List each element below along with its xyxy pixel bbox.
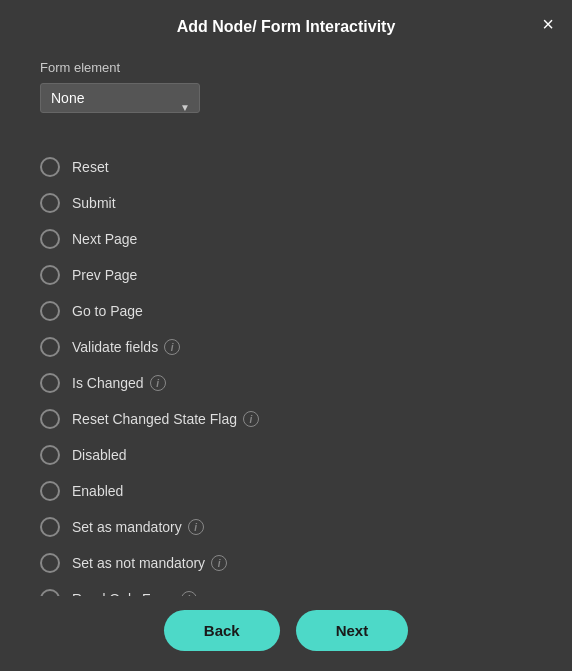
info-icon-validate-fields[interactable]: i [164,339,180,355]
radio-circle-next-page [40,229,60,249]
radio-circle-go-to-page [40,301,60,321]
radio-item-set-as-mandatory[interactable]: Set as mandatoryi [40,509,532,545]
radio-options-list: ResetSubmitNext PagePrev PageGo to PageV… [40,149,532,596]
radio-circle-set-as-mandatory [40,517,60,537]
radio-circle-validate-fields [40,337,60,357]
modal-title: Add Node/ Form Interactivity [177,18,396,36]
radio-item-disabled[interactable]: Disabled [40,437,532,473]
radio-circle-disabled [40,445,60,465]
radio-label-enabled: Enabled [72,483,123,499]
modal-body: Form element None ResetSubmitNext PagePr… [0,50,572,596]
radio-label-reset-changed-state-flag: Reset Changed State Flagi [72,411,259,427]
radio-item-enabled[interactable]: Enabled [40,473,532,509]
radio-item-is-changed[interactable]: Is Changedi [40,365,532,401]
radio-item-go-to-page[interactable]: Go to Page [40,293,532,329]
radio-circle-reset [40,157,60,177]
radio-circle-prev-page [40,265,60,285]
info-icon-is-changed[interactable]: i [150,375,166,391]
radio-item-reset[interactable]: Reset [40,149,532,185]
radio-item-set-as-not-mandatory[interactable]: Set as not mandatoryi [40,545,532,581]
radio-item-next-page[interactable]: Next Page [40,221,532,257]
radio-circle-reset-changed-state-flag [40,409,60,429]
form-element-select-wrapper: None [40,83,200,131]
modal-header: Add Node/ Form Interactivity × [0,0,572,50]
radio-circle-submit [40,193,60,213]
radio-item-validate-fields[interactable]: Validate fieldsi [40,329,532,365]
radio-item-read-only-form[interactable]: Read Only Formi [40,581,532,596]
radio-label-next-page: Next Page [72,231,137,247]
back-button[interactable]: Back [164,610,280,651]
radio-label-validate-fields: Validate fieldsi [72,339,180,355]
radio-item-submit[interactable]: Submit [40,185,532,221]
radio-label-set-as-mandatory: Set as mandatoryi [72,519,204,535]
radio-item-reset-changed-state-flag[interactable]: Reset Changed State Flagi [40,401,532,437]
radio-label-set-as-not-mandatory: Set as not mandatoryi [72,555,227,571]
radio-circle-is-changed [40,373,60,393]
radio-label-disabled: Disabled [72,447,126,463]
form-element-label: Form element [40,60,532,75]
radio-circle-read-only-form [40,589,60,596]
close-button[interactable]: × [542,14,554,34]
form-element-select[interactable]: None [40,83,200,113]
radio-label-submit: Submit [72,195,116,211]
radio-item-prev-page[interactable]: Prev Page [40,257,532,293]
modal: Add Node/ Form Interactivity × Form elem… [0,0,572,671]
radio-label-prev-page: Prev Page [72,267,137,283]
modal-footer: Back Next [0,596,572,671]
info-icon-set-as-mandatory[interactable]: i [188,519,204,535]
info-icon-reset-changed-state-flag[interactable]: i [243,411,259,427]
info-icon-set-as-not-mandatory[interactable]: i [211,555,227,571]
radio-label-go-to-page: Go to Page [72,303,143,319]
next-button[interactable]: Next [296,610,409,651]
radio-circle-enabled [40,481,60,501]
radio-circle-set-as-not-mandatory [40,553,60,573]
radio-label-reset: Reset [72,159,109,175]
radio-label-is-changed: Is Changedi [72,375,166,391]
